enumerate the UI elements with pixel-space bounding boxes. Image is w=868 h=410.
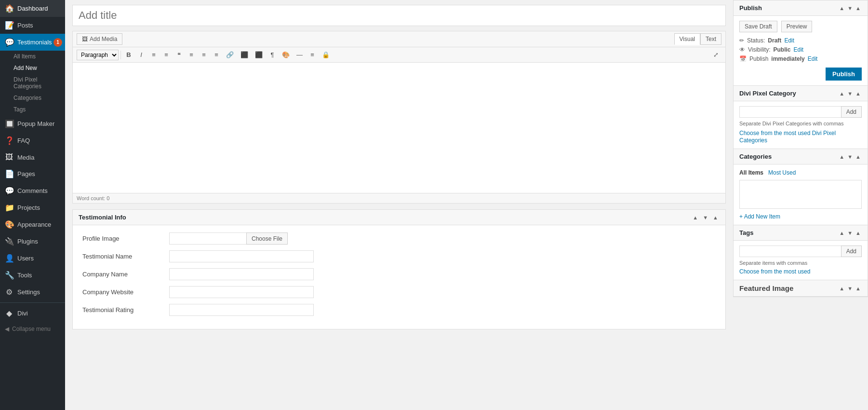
testimonial-info-title: Testimonial Info [79,214,126,221]
company-name-input[interactable] [169,268,314,280]
featured-image-header[interactable]: Featured Image ▲ ▼ ▲ [734,280,868,297]
align-left-button[interactable]: ≡ [186,49,197,60]
testimonial-name-label: Testimonial Name [82,253,169,260]
insert-more-button[interactable]: ⬛ [238,49,251,60]
publish-box-controls: ▲ ▼ ▲ [838,5,862,11]
horizontal-rule-button[interactable]: — [294,49,306,60]
paragraph-mark-button[interactable]: ¶ [267,49,278,60]
sidebar-sub-tags[interactable]: Tags [0,104,65,115]
publish-collapse-up[interactable]: ▲ [838,5,845,11]
tag-add-button[interactable]: Add [841,246,862,257]
sidebar-item-popup-maker[interactable]: 🔲 Popup Maker [0,115,65,132]
preview-button[interactable]: Preview [781,21,813,32]
testimonial-info-header[interactable]: Testimonial Info ▲ ▼ ▲ [73,210,725,225]
publish-box-header[interactable]: Publish ▲ ▼ ▲ [734,0,868,16]
testimonial-info-collapse-up[interactable]: ▲ [691,215,699,220]
featured-image-close[interactable]: ▲ [855,286,862,291]
sidebar-item-tools[interactable]: 🔧 Tools [0,267,65,284]
testimonial-info-close[interactable]: ▲ [711,215,720,220]
publish-collapse-down[interactable]: ▼ [846,5,854,11]
sidebar-item-divi[interactable]: ◆ Divi [0,305,65,322]
publish-status: ✏ Status: Draft Edit [739,37,862,44]
tags-controls: ▲ ▼ ▲ [838,230,862,236]
categories-close[interactable]: ▲ [855,154,862,160]
paragraph-select[interactable]: Paragraph [77,50,119,60]
featured-image-collapse-up[interactable]: ▲ [838,286,845,291]
testimonial-info-body: Profile Image Choose File Testimonial Na… [73,225,725,329]
sidebar-item-testimonials[interactable]: 💬 Testimonials 1 [0,34,65,51]
featured-image-title: Featured Image [739,284,793,292]
cat-tab-all-items[interactable]: All Items [739,169,763,176]
publish-close[interactable]: ▲ [855,5,862,11]
divi-pixel-category-header[interactable]: Divi Pixel Category ▲ ▼ ▲ [734,86,868,101]
bold-button[interactable]: B [123,49,134,60]
visibility-edit-link[interactable]: Edit [793,46,803,53]
divi-cat-input[interactable] [739,106,841,118]
testimonial-info-collapse-down[interactable]: ▼ [701,215,709,220]
italic-button[interactable]: I [135,49,147,60]
post-title-input[interactable] [72,5,726,26]
divi-pixel-collapse-up[interactable]: ▲ [838,91,845,96]
editor-body[interactable] [73,63,725,193]
sidebar-item-appearance[interactable]: 🎨 Appearance [0,216,65,233]
align-right-button[interactable]: ≡ [211,49,222,60]
divi-cat-choose-link[interactable]: Choose from the most used Divi Pixel Cat… [739,130,836,144]
unordered-list-button[interactable]: ≡ [148,49,160,60]
blockquote-button[interactable]: ❝ [173,49,185,60]
lock-button[interactable]: 🔒 [319,49,333,60]
tab-visual[interactable]: Visual [674,33,700,45]
sidebar-sub-categories[interactable]: Categories [0,92,65,104]
choose-file-button[interactable]: Choose File [246,232,288,245]
sidebar-item-faq[interactable]: ❓ FAQ [0,132,65,149]
sidebar-item-media[interactable]: 🖼 Media [0,149,65,165]
company-website-input[interactable] [169,286,314,298]
tags-collapse-down[interactable]: ▼ [846,230,854,236]
publish-button[interactable]: Publish [826,68,862,81]
testimonial-name-input[interactable] [169,250,314,262]
sidebar-item-comments[interactable]: 💬 Comments [0,182,65,199]
align-center-button[interactable]: ≡ [198,49,210,60]
color-button[interactable]: 🎨 [279,49,293,60]
divi-cat-add-button[interactable]: Add [841,106,862,118]
toolbar-separator [120,51,121,59]
sidebar-item-users[interactable]: 👤 Users [0,250,65,267]
categories-collapse-down[interactable]: ▼ [846,154,854,160]
tags-header[interactable]: Tags ▲ ▼ ▲ [734,225,868,241]
save-draft-button[interactable]: Save Draft [739,21,777,32]
sidebar-item-plugins[interactable]: 🔌 Plugins [0,233,65,250]
sidebar-sub-divi-pixel-categories[interactable]: Divi Pixel Categories [0,74,65,92]
tags-close[interactable]: ▲ [855,230,862,236]
sidebar-sub-add-new[interactable]: Add New [0,62,65,74]
ordered-list-button[interactable]: ≡ [160,49,172,60]
divi-pixel-collapse-down[interactable]: ▼ [846,91,854,96]
list-indent-button[interactable]: ≡ [307,49,318,60]
sidebar-item-label: Comments [17,187,48,194]
tab-text[interactable]: Text [700,33,721,45]
tag-choose-link[interactable]: Choose from the most used [739,268,810,275]
sidebar-item-dashboard[interactable]: 🏠 Dashboard [0,0,65,17]
categories-collapse-up[interactable]: ▲ [838,154,845,160]
featured-image-collapse-down[interactable]: ▼ [846,286,854,291]
tags-collapse-up[interactable]: ▲ [838,230,845,236]
categories-header[interactable]: Categories ▲ ▼ ▲ [734,149,868,164]
divi-pixel-close[interactable]: ▲ [855,91,862,96]
sidebar-item-pages[interactable]: 📄 Pages [0,165,65,182]
status-edit-link[interactable]: Edit [784,37,794,44]
insert-page-break-button[interactable]: ⬛ [252,49,266,60]
sidebar-sub-all-items[interactable]: All Items [0,51,65,62]
sidebar-item-projects[interactable]: 📁 Projects [0,199,65,216]
sidebar-item-posts[interactable]: 📝 Posts [0,17,65,34]
sidebar-item-settings[interactable]: ⚙ Settings [0,284,65,301]
categories-controls: ▲ ▼ ▲ [838,154,862,160]
collapse-menu-button[interactable]: ◀ Collapse menu [0,322,65,336]
cat-tab-most-used[interactable]: Most Used [768,169,796,176]
publish-time-edit-link[interactable]: Edit [808,55,818,62]
tag-input[interactable] [739,246,841,257]
profile-image-input[interactable] [169,232,246,245]
fullscreen-button[interactable]: ⤢ [710,49,721,60]
link-button[interactable]: 🔗 [223,49,237,60]
add-new-category-link[interactable]: + Add New Item [739,213,780,220]
add-media-button[interactable]: 🖼 Add Media [77,33,122,45]
company-name-label: Company Name [82,271,169,278]
testimonial-rating-input[interactable] [169,304,314,316]
